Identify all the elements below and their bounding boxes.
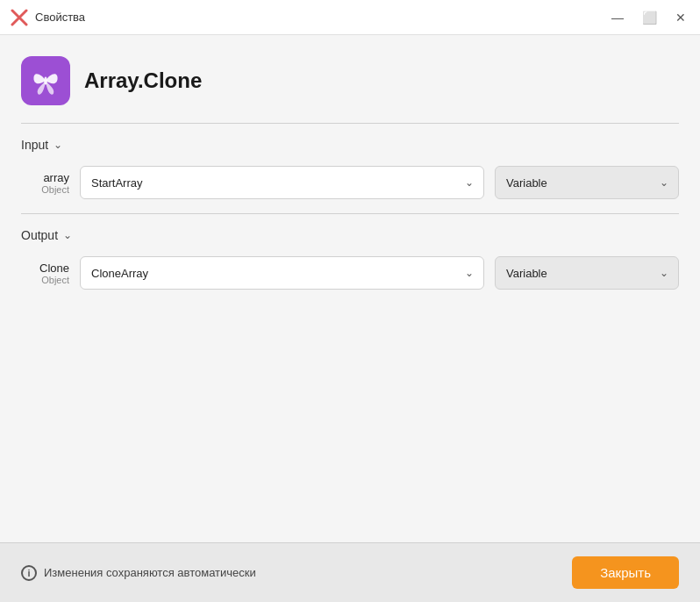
titlebar-left: Свойства xyxy=(11,9,85,26)
input-chevron-icon[interactable]: ⌄ xyxy=(54,139,62,151)
main-content: Array.Clone Input ⌄ array Object StartAr… xyxy=(0,35,700,542)
output-section-header: Output ⌄ xyxy=(0,214,700,249)
clone-type-select[interactable]: Variable Value xyxy=(495,256,679,290)
info-icon: i xyxy=(21,565,37,581)
footer-info-text: Изменения сохраняются автоматически xyxy=(44,566,256,579)
footer-info: i Изменения сохраняются автоматически xyxy=(21,565,256,581)
footer: i Изменения сохраняются автоматически За… xyxy=(0,542,700,602)
input-section-label: Input xyxy=(21,138,48,152)
svg-point-0 xyxy=(44,77,47,85)
input-section-header: Input ⌄ xyxy=(0,124,700,159)
array-type-select-wrapper: Variable Value ⌄ xyxy=(495,166,679,199)
app-icon-box xyxy=(21,56,70,105)
output-section-label: Output xyxy=(21,228,58,242)
array-type-select[interactable]: Variable Value xyxy=(495,166,679,199)
clone-field-label: Clone Object xyxy=(21,262,69,285)
array-value-select-wrapper: StartArray ⌄ xyxy=(80,166,484,199)
array-label-sub: Object xyxy=(21,184,69,195)
maximize-button[interactable]: ⬜ xyxy=(640,9,658,26)
clone-label-main: Clone xyxy=(21,262,69,275)
close-button[interactable]: Закрыть xyxy=(572,556,679,589)
clone-value-select-wrapper: CloneArray ⌄ xyxy=(80,256,484,290)
titlebar-logo-icon xyxy=(11,9,28,26)
output-chevron-icon[interactable]: ⌄ xyxy=(63,229,72,241)
app-title: Array.Clone xyxy=(84,68,202,93)
array-field-row: array Object StartArray ⌄ Variable Value… xyxy=(0,159,700,213)
array-field-label: array Object xyxy=(21,171,69,195)
clone-label-sub: Object xyxy=(21,275,69,285)
clone-value-select[interactable]: CloneArray xyxy=(80,256,484,290)
clone-field-row: Clone Object CloneArray ⌄ Variable Value… xyxy=(0,249,700,304)
titlebar: Свойства — ⬜ ✕ xyxy=(0,0,700,35)
titlebar-title: Свойства xyxy=(35,11,85,24)
app-title-section: Array.Clone xyxy=(0,35,700,123)
close-window-button[interactable]: ✕ xyxy=(672,9,689,26)
butterfly-icon xyxy=(30,65,61,97)
array-label-main: array xyxy=(21,171,69,184)
minimize-button[interactable]: — xyxy=(609,9,626,26)
array-value-select[interactable]: StartArray xyxy=(80,166,484,199)
titlebar-controls: — ⬜ ✕ xyxy=(609,9,689,26)
clone-type-select-wrapper: Variable Value ⌄ xyxy=(495,256,679,290)
